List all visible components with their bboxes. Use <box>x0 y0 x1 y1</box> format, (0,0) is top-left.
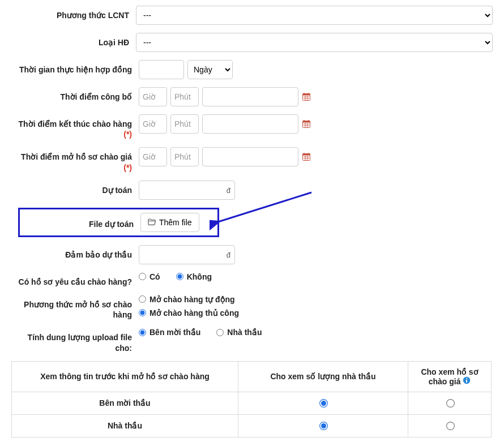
table-row: Nhà thầu <box>12 414 492 437</box>
label-filedutoan: File dự toán <box>20 216 140 229</box>
label-tinhfile: Tính dung lượng upload file cho: <box>11 328 139 353</box>
radio-tinhfile-benmoithau[interactable]: Bên mời thầu <box>139 328 200 337</box>
label-dambao: Đảm bảo dự thầu <box>11 245 139 260</box>
table-row: Bên mời thầu <box>12 392 492 414</box>
label-congbo: Thời điểm công bố <box>11 87 139 102</box>
label-ketthuc: Thời điểm kết thúc chào hàng (*) <box>11 114 139 139</box>
input-ketthuc-hour[interactable] <box>139 114 167 134</box>
label-lcnt: Phương thức LCNT <box>11 6 136 20</box>
input-mohoso-hour[interactable] <box>139 147 167 166</box>
row-label-nhathau: Nhà thầu <box>12 414 238 437</box>
table-header-row: Xem thông tin trước khi mở hồ sơ chào hà… <box>12 361 492 392</box>
svg-point-27 <box>466 378 467 379</box>
input-mohoso-date[interactable] <box>202 147 298 166</box>
highlight-filedutoan: File dự toán Thêm file <box>18 208 219 237</box>
input-mohoso-min[interactable] <box>170 147 199 166</box>
input-congbo-hour[interactable] <box>139 87 167 106</box>
label-phuongthucmo: Phương thức mở hồ sơ chào hàng <box>11 295 139 320</box>
label-mohoso: Thời điểm mở hồ sơ chào giá (*) <box>11 147 139 172</box>
radio-mo-manual[interactable]: Mở chào hàng thủ công <box>139 308 239 318</box>
svg-rect-28 <box>466 380 467 383</box>
label-loaihd: Loại HĐ <box>11 33 136 48</box>
calendar-icon[interactable] <box>302 92 311 101</box>
th-col1: Xem thông tin trước khi mở hồ sơ chào hà… <box>12 361 238 392</box>
permissions-table: Xem thông tin trước khi mở hồ sơ chào hà… <box>11 361 492 438</box>
label-dutoan: Dự toán <box>11 181 139 195</box>
select-loaihd[interactable]: --- <box>136 33 493 52</box>
th-col3: Cho xem hồ sơ chào giá <box>408 361 492 392</box>
radio-nt-soluong[interactable] <box>319 422 328 430</box>
info-icon[interactable] <box>463 377 471 386</box>
label-coho: Có hồ sơ yêu cầu chào hàng? <box>11 272 139 287</box>
add-file-button[interactable]: Thêm file <box>140 213 199 232</box>
calendar-icon[interactable] <box>302 152 311 161</box>
folder-open-icon <box>148 218 156 227</box>
label-thoigian: Thời gian thực hiện hợp đồng <box>11 60 139 75</box>
radio-mo-auto[interactable]: Mở chào hàng tự động <box>139 295 235 304</box>
select-lcnt[interactable]: --- <box>136 6 493 25</box>
input-congbo-date[interactable] <box>202 87 298 106</box>
select-thoigian-unit[interactable]: Ngày <box>187 60 233 79</box>
input-ketthuc-date[interactable] <box>202 114 298 134</box>
calendar-icon[interactable] <box>302 119 311 128</box>
input-thoigian-value[interactable] <box>139 60 184 79</box>
input-dutoan[interactable] <box>139 181 235 200</box>
radio-coho-khong[interactable]: Không <box>176 272 212 281</box>
radio-tinhfile-nhathau[interactable]: Nhà thầu <box>216 328 262 337</box>
input-ketthuc-min[interactable] <box>170 114 199 134</box>
row-label-benmoithau: Bên mời thầu <box>12 392 238 414</box>
th-col2: Cho xem số lượng nhà thầu <box>238 361 408 392</box>
radio-bmt-chaogia[interactable] <box>446 399 455 408</box>
radio-nt-chaogia[interactable] <box>446 422 455 430</box>
input-congbo-min[interactable] <box>170 87 199 106</box>
radio-coho-co[interactable]: Có <box>139 272 160 281</box>
radio-bmt-soluong[interactable] <box>319 399 328 408</box>
input-dambao[interactable] <box>139 245 235 264</box>
